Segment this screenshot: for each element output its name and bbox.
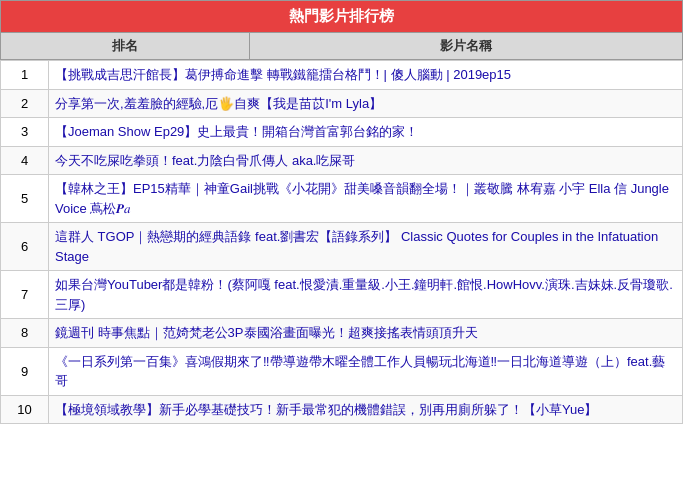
table-row: 6這群人 TGOP｜熱戀期的經典語錄 feat.劉書宏【語錄系列】 Classi… <box>1 223 683 271</box>
title-cell[interactable]: 【極境領域教學】新手必學基礎技巧！新手最常犯的機體錯誤，別再用廁所躲了！【小草Y… <box>49 395 683 424</box>
rank-cell: 9 <box>1 347 49 395</box>
table-main-title: 熱門影片排行榜 <box>1 1 683 33</box>
title-cell[interactable]: 【Joeman Show Ep29】史上最貴！開箱台灣首富郭台銘的家！ <box>49 118 683 147</box>
rank-column-header: 排名 <box>1 33 250 60</box>
rank-cell: 1 <box>1 61 49 90</box>
table-header-row: 熱門影片排行榜 <box>1 1 683 33</box>
table-row: 8鏡週刊 時事焦點｜范婍梵老公3P泰國浴畫面曝光！超爽接搖表情頭頂升天 <box>1 319 683 348</box>
title-cell[interactable]: 鏡週刊 時事焦點｜范婍梵老公3P泰國浴畫面曝光！超爽接搖表情頭頂升天 <box>49 319 683 348</box>
table-row: 5【韓林之王】EP15精華｜神童Gail挑戰《小花開》甜美嗓音韻翻全場！｜叢敬騰… <box>1 175 683 223</box>
table-row: 2分享第一次,羞羞臉的經驗,厄🖐自爽【我是苗苡I'm Lyla】 <box>1 89 683 118</box>
ranking-table: 熱門影片排行榜 排名 影片名稱 <box>0 0 683 60</box>
title-cell[interactable]: 如果台灣YouTuber都是韓粉！(蔡阿嘎 feat.恨愛漬.重量級.小王.鐘明… <box>49 271 683 319</box>
table-row: 9《一日系列第一百集》喜鴻假期來了‼帶導遊帶木曜全體工作人員暢玩北海道‼一日北海… <box>1 347 683 395</box>
ranking-data-table: 1【挑戰成吉思汗館長】葛伊搏命進擊 轉戰鐵籠擂台格鬥！| 傻人腦動 | 2019… <box>0 60 683 424</box>
title-column-header: 影片名稱 <box>249 33 682 60</box>
title-cell[interactable]: 這群人 TGOP｜熱戀期的經典語錄 feat.劉書宏【語錄系列】 Classic… <box>49 223 683 271</box>
rank-cell: 5 <box>1 175 49 223</box>
table-row: 7如果台灣YouTuber都是韓粉！(蔡阿嘎 feat.恨愛漬.重量級.小王.鐘… <box>1 271 683 319</box>
rank-cell: 10 <box>1 395 49 424</box>
rank-cell: 8 <box>1 319 49 348</box>
rank-cell: 6 <box>1 223 49 271</box>
rank-cell: 7 <box>1 271 49 319</box>
table-row: 4今天不吃屎吃拳頭！feat.力陰白骨爪傳人 aka.吃屎哥 <box>1 146 683 175</box>
rank-cell: 4 <box>1 146 49 175</box>
title-cell[interactable]: 【挑戰成吉思汗館長】葛伊搏命進擊 轉戰鐵籠擂台格鬥！| 傻人腦動 | 2019e… <box>49 61 683 90</box>
column-header-row: 排名 影片名稱 <box>1 33 683 60</box>
table-row: 1【挑戰成吉思汗館長】葛伊搏命進擊 轉戰鐵籠擂台格鬥！| 傻人腦動 | 2019… <box>1 61 683 90</box>
rank-cell: 2 <box>1 89 49 118</box>
table-row: 3【Joeman Show Ep29】史上最貴！開箱台灣首富郭台銘的家！ <box>1 118 683 147</box>
rank-cell: 3 <box>1 118 49 147</box>
title-cell[interactable]: 【韓林之王】EP15精華｜神童Gail挑戰《小花開》甜美嗓音韻翻全場！｜叢敬騰 … <box>49 175 683 223</box>
title-cell[interactable]: 《一日系列第一百集》喜鴻假期來了‼帶導遊帶木曜全體工作人員暢玩北海道‼一日北海道… <box>49 347 683 395</box>
title-cell[interactable]: 今天不吃屎吃拳頭！feat.力陰白骨爪傳人 aka.吃屎哥 <box>49 146 683 175</box>
title-cell[interactable]: 分享第一次,羞羞臉的經驗,厄🖐自爽【我是苗苡I'm Lyla】 <box>49 89 683 118</box>
table-row: 10【極境領域教學】新手必學基礎技巧！新手最常犯的機體錯誤，別再用廁所躲了！【小… <box>1 395 683 424</box>
